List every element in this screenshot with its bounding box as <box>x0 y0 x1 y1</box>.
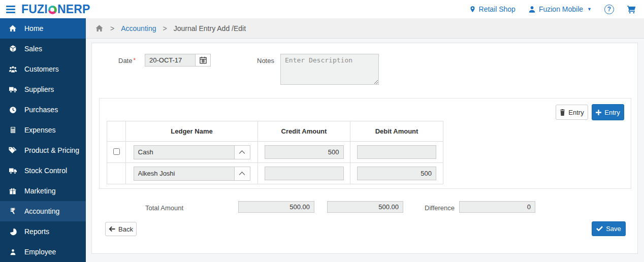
sidebar-item-label: Purchases <box>24 106 58 114</box>
sidebar-item-employee[interactable]: Employee <box>0 242 86 262</box>
total-amount-label: Total Amount <box>145 204 183 212</box>
save-label: Save <box>606 225 621 233</box>
calendar-icon <box>199 56 207 64</box>
credit-amount-cell <box>258 142 350 163</box>
sidebar-item-reports[interactable]: Reports <box>0 221 86 242</box>
row-select-cell <box>107 142 126 163</box>
cart-button[interactable] <box>627 5 636 14</box>
ledger-dropdown-button[interactable] <box>234 167 250 181</box>
logo-text-left: FUZI <box>21 3 48 16</box>
table-row <box>107 142 443 163</box>
ledger-name-cell <box>126 142 258 163</box>
debit-amount-input[interactable] <box>357 167 436 180</box>
save-button[interactable]: Save <box>592 221 626 236</box>
clock-icon <box>8 106 18 114</box>
credit-total-input <box>238 201 314 213</box>
ledger-combobox <box>134 167 250 181</box>
credit-amount-cell <box>258 163 350 184</box>
store-selector[interactable]: Retail Shop <box>469 5 516 13</box>
question-mark-icon: ? <box>607 6 611 13</box>
date-field-group <box>145 54 211 67</box>
sidebar-item-sales[interactable]: Sales <box>0 39 86 59</box>
ledger-name-header: Ledger Name <box>126 121 258 142</box>
top-bar: FUZI NERP Retail Shop Fuzion Mobile ▼ ? <box>0 0 644 18</box>
trash-icon <box>560 109 565 116</box>
rupee-icon: ₹ <box>8 207 18 216</box>
debit-total-input <box>327 201 403 213</box>
app-logo[interactable]: FUZI NERP <box>21 3 90 16</box>
sidebar-item-label: Suppliers <box>24 85 54 93</box>
breadcrumb: > Accounting > Journal Entry Add /Edit <box>86 18 644 39</box>
sidebar-item-purchases[interactable]: Purchases <box>0 100 86 120</box>
sidebar-item-suppliers[interactable]: Suppliers <box>0 79 86 100</box>
breadcrumb-link-accounting[interactable]: Accounting <box>121 24 156 32</box>
row-select-cell <box>107 163 126 184</box>
notes-label: Notes <box>257 57 274 64</box>
debit-amount-input[interactable] <box>357 145 436 159</box>
journal-entry-panel: Date* Notes Entry E <box>91 43 638 254</box>
user-label: Fuzion Mobile <box>539 5 583 13</box>
breadcrumb-home-icon[interactable] <box>95 24 104 32</box>
users-icon <box>8 66 18 73</box>
user-menu[interactable]: Fuzion Mobile ▼ <box>528 5 592 13</box>
tags-icon <box>8 147 18 154</box>
home-icon <box>8 24 18 32</box>
credit-amount-header: Credit Amount <box>258 121 350 142</box>
ledger-name-input[interactable] <box>134 167 235 181</box>
credit-amount-input[interactable] <box>265 167 344 180</box>
sidebar-item-label: Reports <box>24 227 49 236</box>
table-header-row: Ledger Name Credit Amount Debit Amount <box>107 121 443 142</box>
debit-amount-header: Debit Amount <box>350 121 443 142</box>
chevron-up-icon <box>239 171 245 176</box>
arrow-left-icon <box>109 226 115 232</box>
breadcrumb-separator: > <box>163 24 167 32</box>
logo-ring-icon <box>48 6 57 14</box>
sidebar-item-label: Expenses <box>24 126 55 134</box>
difference-input <box>459 201 535 213</box>
check-icon <box>596 226 603 232</box>
sidebar-item-customers[interactable]: Customers <box>0 59 86 79</box>
chevron-up-icon <box>239 150 245 154</box>
sidebar-item-accounting[interactable]: ₹ Accounting <box>0 201 86 221</box>
table-row <box>107 163 443 184</box>
calculator-icon <box>8 126 18 134</box>
sidebar-item-stock-control[interactable]: Stock Control <box>0 160 86 181</box>
back-label: Back <box>118 225 133 233</box>
sidebar-item-marketing[interactable]: Marketing <box>0 181 86 201</box>
date-input[interactable] <box>145 54 196 67</box>
truck-icon <box>8 167 18 175</box>
debit-amount-cell <box>350 163 443 184</box>
sidebar-item-label: Sales <box>24 45 42 53</box>
sidebar-item-label: Accounting <box>24 207 59 215</box>
ledger-table: Ledger Name Credit Amount Debit Amount <box>107 121 443 184</box>
ledger-combobox <box>134 145 250 159</box>
caret-down-icon: ▼ <box>587 7 592 12</box>
notes-textarea[interactable] <box>280 54 379 85</box>
pie-chart-icon <box>8 228 18 236</box>
ledger-name-input[interactable] <box>134 145 235 159</box>
cube-icon <box>8 45 18 53</box>
calendar-button[interactable] <box>195 54 211 67</box>
sidebar-item-label: Stock Control <box>24 167 67 175</box>
sidebar-item-product-pricing[interactable]: Product & Pricing <box>0 140 86 160</box>
credit-amount-input[interactable] <box>265 145 344 159</box>
breadcrumb-separator: > <box>110 24 114 32</box>
sidebar-item-home[interactable]: Home <box>0 18 86 39</box>
row-checkbox[interactable] <box>113 148 120 155</box>
ledger-name-cell <box>126 163 258 184</box>
sidebar-item-label: Marketing <box>24 187 55 195</box>
help-button[interactable]: ? <box>604 5 614 14</box>
hamburger-menu-icon[interactable] <box>5 4 18 14</box>
back-button[interactable]: Back <box>105 222 137 236</box>
debit-amount-cell <box>350 142 443 163</box>
main-content: > Accounting > Journal Entry Add /Edit D… <box>86 18 644 262</box>
ledger-dropdown-button[interactable] <box>234 145 250 159</box>
user-icon <box>8 248 18 256</box>
select-column-header <box>107 121 126 142</box>
add-entry-button[interactable]: Entry <box>592 104 624 120</box>
truck-icon <box>8 86 18 93</box>
sidebar-item-expenses[interactable]: Expenses <box>0 120 86 140</box>
sidebar-item-label: Home <box>24 24 43 32</box>
store-label: Retail Shop <box>479 5 516 13</box>
delete-entry-button[interactable]: Entry <box>556 105 588 120</box>
